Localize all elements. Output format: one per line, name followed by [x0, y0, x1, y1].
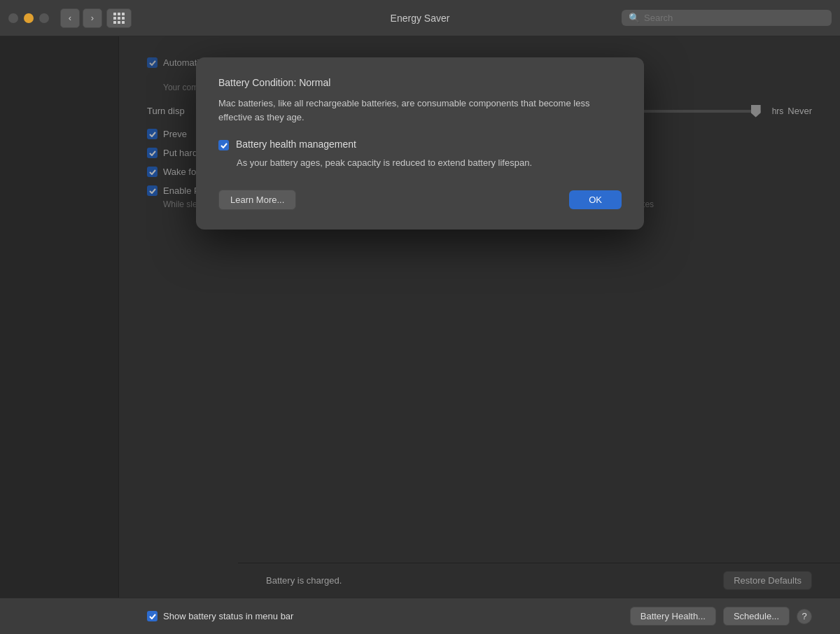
modal-buttons: Learn More... OK — [218, 190, 622, 210]
schedule-button[interactable]: Schedule... — [723, 607, 790, 626]
search-bar[interactable]: 🔍 — [622, 10, 832, 26]
battery-health-modal: Battery Condition: Normal Mac batteries,… — [196, 57, 644, 230]
forward-button[interactable]: › — [83, 8, 102, 28]
health-mgmt-desc: As your battery ages, peak capacity is r… — [237, 156, 622, 170]
show-battery-row: Show battery status in menu bar — [147, 611, 293, 621]
very-bottom-bar: Show battery status in menu bar Battery … — [0, 598, 840, 634]
health-mgmt-label: Battery health management — [236, 139, 356, 150]
nav-buttons: ‹ › — [60, 8, 102, 28]
chevron-right-icon: › — [91, 13, 94, 23]
close-button[interactable] — [8, 13, 18, 23]
show-battery-label: Show battery status in menu bar — [163, 611, 293, 621]
health-mgmt-checkbox[interactable] — [218, 140, 229, 150]
grid-view-button[interactable] — [106, 8, 132, 28]
modal-condition: Battery Condition: Normal — [218, 77, 622, 88]
modal-overlay: Battery Condition: Normal Mac batteries,… — [0, 36, 840, 598]
titlebar: ‹ › Energy Saver 🔍 — [0, 0, 840, 36]
chevron-left-icon: ‹ — [69, 13, 71, 23]
back-button[interactable]: ‹ — [60, 8, 80, 28]
learn-more-button[interactable]: Learn More... — [218, 190, 296, 210]
window-title: Energy Saver — [391, 13, 450, 24]
ok-button[interactable]: OK — [569, 190, 622, 209]
search-icon: 🔍 — [629, 13, 640, 23]
minimize-button[interactable] — [24, 13, 34, 23]
show-battery-checkbox[interactable] — [147, 611, 158, 621]
search-input[interactable] — [644, 13, 825, 23]
modal-description: Mac batteries, like all rechargeable bat… — [218, 97, 622, 125]
grid-icon — [113, 13, 125, 24]
maximize-button[interactable] — [39, 13, 49, 23]
condition-value: Normal — [299, 77, 330, 88]
condition-label: Battery Condition: — [218, 77, 296, 88]
traffic-lights — [8, 13, 49, 23]
health-mgmt-checkbox-row: Battery health management — [218, 139, 622, 150]
help-button[interactable]: ? — [797, 609, 812, 624]
main-content: Automati Your com Turn disp hrs Never Pr… — [0, 36, 840, 598]
bottom-buttons: Battery Health... Schedule... ? — [630, 607, 812, 626]
battery-health-button[interactable]: Battery Health... — [630, 607, 716, 626]
